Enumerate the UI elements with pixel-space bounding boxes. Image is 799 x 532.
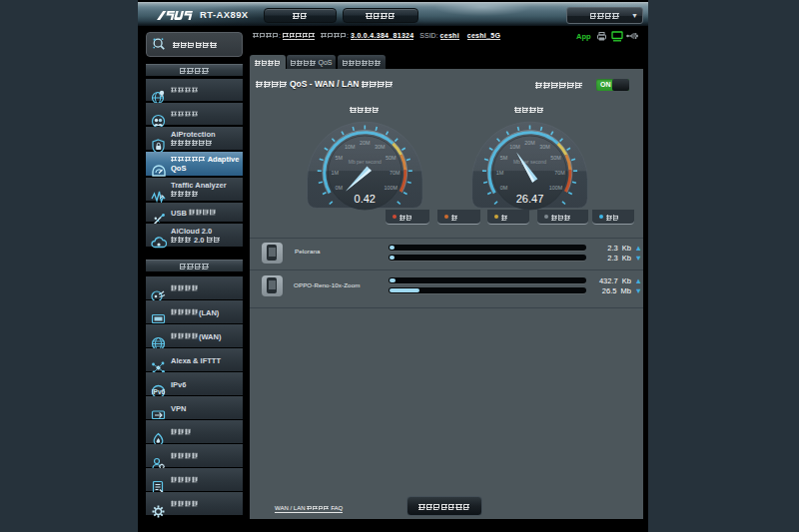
- svg-text:0.42: 0.42: [355, 193, 376, 205]
- svg-text:IPv6: IPv6: [152, 388, 166, 395]
- svg-text:26.47: 26.47: [516, 193, 544, 205]
